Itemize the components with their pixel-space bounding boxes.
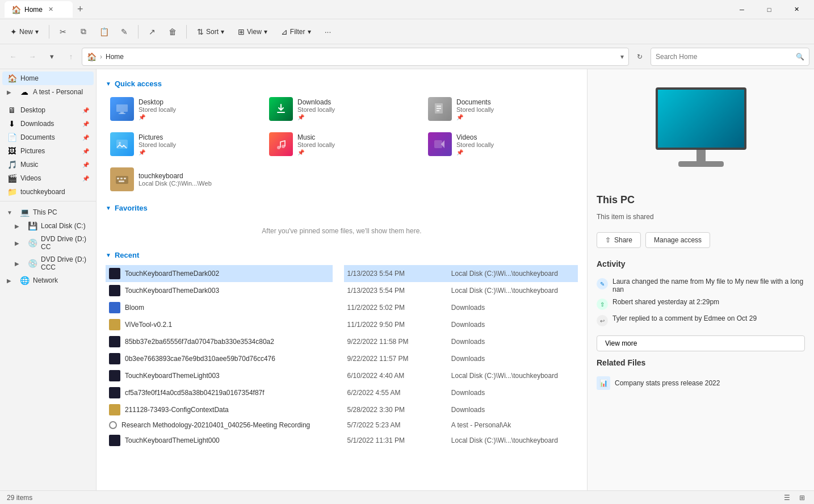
svg-rect-11 [434, 140, 442, 148]
rename-button[interactable]: ✎ [115, 23, 133, 41]
sidebar-item-dvd2[interactable]: ▶ 💿 DVD Drive (D:) CCC [2, 253, 94, 274]
documents-pin-icon: 📌 [82, 135, 89, 141]
grid-view-button[interactable]: ⊞ [797, 493, 807, 503]
sidebar-item-desktop[interactable]: 🖥 Desktop 📌 [2, 103, 94, 117]
sort-label: Sort [206, 28, 219, 36]
table-row[interactable]: cf5a73fe0f1f4a0cd58a38b04219a0167354f87f… [106, 384, 578, 401]
cut-button[interactable]: ✂ [54, 23, 72, 41]
view-more-button[interactable]: View more [597, 335, 805, 351]
file-icon [109, 353, 120, 364]
sidebar-item-dvd1[interactable]: ▶ 💿 DVD Drive (D:) CC [2, 233, 94, 253]
file-name-cell: TouchKeyboardThemeDark002 [106, 265, 333, 282]
file-location: Local Disk (C:)\Wi...\touchkeyboard [448, 265, 578, 282]
qa-videos-name: Videos [456, 133, 573, 141]
share-button[interactable]: ⇧ Share [597, 232, 641, 248]
search-input[interactable] [656, 53, 792, 61]
new-button[interactable]: ✦ New ▾ [5, 24, 44, 39]
table-row[interactable]: 85bb37e2ba65556f7da07047bab330e3534c80a2… [106, 333, 578, 350]
qa-item-documents[interactable]: Documents Stored locally 📌 [423, 94, 578, 124]
content-area: ▼ Quick access Desktop Stored locally 📌 [96, 69, 587, 490]
manage-access-button[interactable]: Manage access [645, 232, 710, 248]
tab-home[interactable]: 🏠 Home ✕ [5, 1, 73, 18]
tab-home-icon: 🏠 [11, 5, 21, 14]
qa-desktop-name: Desktop [139, 98, 255, 106]
more-options-button[interactable]: ··· [319, 23, 337, 41]
table-row[interactable]: Research Methodology-20210401_040256-Mee… [106, 418, 578, 432]
pictures-pin-icon: 📌 [82, 148, 89, 154]
qa-item-downloads[interactable]: Downloads Stored locally 📌 [265, 94, 419, 124]
paste-button[interactable]: 📋 [95, 23, 113, 41]
related-file-name: Company stats press release 2022 [615, 379, 720, 387]
sidebar-item-network[interactable]: ▶ 🌐 Network [2, 274, 94, 287]
file-name-cell: ViVeTool-v0.2.1 [106, 316, 333, 333]
qa-item-desktop[interactable]: Desktop Stored locally 📌 [106, 94, 260, 124]
sidebar-item-touchkeyboard[interactable]: 📁 touchkeyboard [2, 185, 94, 199]
sidebar-pictures-label: Pictures [20, 147, 79, 155]
favorites-header[interactable]: ▼ Favorites [106, 204, 578, 212]
table-row[interactable]: TouchKeyboardThemeLight000 5/1/2022 11:3… [106, 432, 578, 449]
history-button[interactable]: ▾ [43, 48, 60, 65]
sidebar-item-documents[interactable]: 📄 Documents 📌 [2, 131, 94, 144]
new-tab-button[interactable]: + [73, 1, 88, 18]
table-row[interactable]: TouchKeyboardThemeLight003 6/10/2022 4:4… [106, 367, 578, 384]
quick-access-header[interactable]: ▼ Quick access [106, 79, 578, 88]
qa-item-touchkb[interactable]: touchkeyboard Local Disk (C:)\Win...\Web [106, 164, 260, 195]
qa-downloads-info: Downloads Stored locally 📌 [297, 98, 414, 120]
qa-item-music[interactable]: Music Stored locally 📌 [265, 129, 419, 159]
table-row[interactable]: TouchKeyboardThemeDark002 1/13/2023 5:54… [106, 265, 578, 282]
file-name: TouchKeyboardThemeDark002 [125, 270, 219, 278]
sidebar-item-music[interactable]: 🎵 Music 📌 [2, 158, 94, 171]
back-button[interactable]: ← [5, 48, 22, 65]
file-location: Downloads [448, 401, 578, 418]
sidebar-item-localdisk[interactable]: ▶ 💾 Local Disk (C:) [2, 219, 94, 233]
related-file-icon: 📊 [597, 376, 610, 390]
sort-icon: ⇅ [197, 27, 204, 36]
refresh-button[interactable]: ↻ [631, 48, 648, 65]
sidebar-item-videos[interactable]: 🎬 Videos 📌 [2, 171, 94, 185]
table-row[interactable]: 211128-73493-ConfigContextData 5/28/2022… [106, 401, 578, 418]
qa-pictures-icon [110, 132, 134, 156]
sidebar-dvd2-label: DVD Drive (D:) CCC [41, 255, 89, 271]
forward-button[interactable]: → [24, 48, 41, 65]
qa-item-pictures[interactable]: Pictures Stored locally 📌 [106, 129, 260, 159]
file-name: 0b3ee7663893cae76e9bd310aee59b70d76cc476 [125, 355, 275, 363]
table-row[interactable]: TouchKeyboardThemeDark003 1/13/2023 5:54… [106, 282, 578, 299]
sidebar-item-thispc[interactable]: ▼ 💻 This PC [2, 205, 94, 219]
sidebar-item-atest[interactable]: ▶ ☁ A test - Personal [2, 85, 94, 99]
svg-point-10 [282, 145, 285, 148]
table-row[interactable]: 0b3ee7663893cae76e9bd310aee59b70d76cc476… [106, 350, 578, 367]
file-icon [109, 435, 120, 446]
view-button[interactable]: ⊞ View ▾ [232, 24, 273, 39]
maximize-button[interactable]: □ [756, 1, 782, 19]
close-button[interactable]: ✕ [783, 1, 809, 19]
pictures-icon: 🖼 [7, 146, 17, 156]
minimize-button[interactable]: ─ [729, 1, 755, 19]
sidebar-network-label: Network [33, 276, 89, 284]
sidebar-item-downloads[interactable]: ⬇ Downloads 📌 [2, 117, 94, 131]
delete-button[interactable]: 🗑 [163, 23, 182, 41]
list-view-button[interactable]: ☰ [782, 493, 792, 503]
share-button[interactable]: ↗ [143, 23, 161, 41]
qa-desktop-info: Desktop Stored locally 📌 [139, 98, 255, 120]
sidebar-item-pictures[interactable]: 🖼 Pictures 📌 [2, 144, 94, 158]
desktop-icon: 🖥 [7, 106, 17, 115]
sort-button[interactable]: ⇅ Sort ▾ [191, 24, 230, 39]
table-row[interactable]: ViVeTool-v0.2.1 11/1/2022 9:50 PM Downlo… [106, 316, 578, 333]
related-file-item[interactable]: 📊 Company stats press release 2022 [597, 374, 805, 392]
up-button[interactable]: ↑ [62, 48, 79, 65]
table-row[interactable]: Bloom 11/2/2022 5:02 PM Downloads [106, 299, 578, 316]
qa-item-videos[interactable]: Videos Stored locally 📌 [423, 129, 578, 159]
file-name: 211128-73493-ConfigContextData [125, 406, 229, 414]
home-icon: 🏠 [7, 74, 17, 83]
recent-header[interactable]: ▼ Recent [106, 251, 578, 259]
monitor-stand-base [678, 161, 724, 167]
rp-actions: ⇧ Share Manage access [597, 232, 805, 248]
search-box[interactable]: 🔍 [651, 48, 809, 66]
copy-button[interactable]: ⧉ [74, 23, 93, 41]
sidebar-item-home[interactable]: 🏠 Home [2, 72, 94, 85]
filter-button[interactable]: ⊿ Filter ▾ [275, 24, 317, 39]
address-box[interactable]: 🏠 › Home ▾ [82, 48, 629, 66]
new-icon: ✦ [10, 27, 17, 36]
activity-list: ✎ Laura changed the name from My file to… [597, 275, 805, 329]
tab-close-button[interactable]: ✕ [46, 5, 56, 14]
